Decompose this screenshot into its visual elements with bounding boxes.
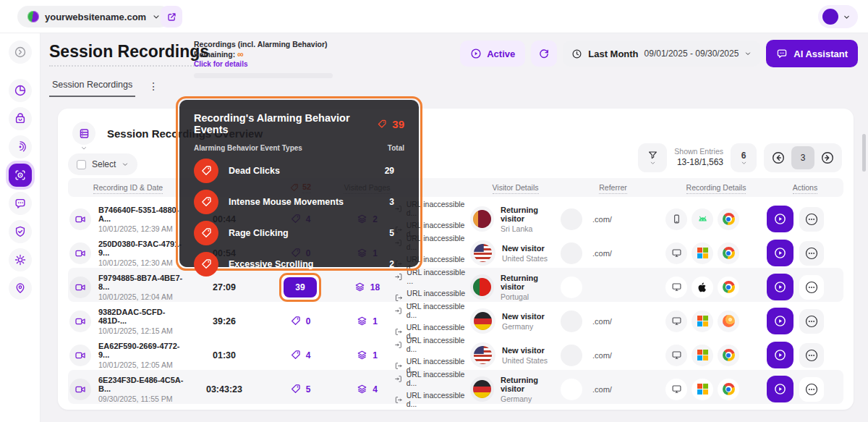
- details-link[interactable]: Click for details: [194, 60, 339, 68]
- filter-button[interactable]: [638, 143, 667, 172]
- table-row[interactable]: F9794885-8B7A-4BE7-8...10/01/2025, 12:04…: [68, 268, 843, 302]
- alarming-count[interactable]: 4: [260, 350, 340, 360]
- alarming-count[interactable]: 0: [260, 316, 340, 326]
- more-actions-button[interactable]: [799, 343, 824, 368]
- alarming-events-popup: Recording's Alarming Behavior Events 39 …: [179, 100, 419, 267]
- play-recording-button[interactable]: [767, 342, 793, 368]
- layers-icon: [357, 350, 367, 360]
- alarm-tag-icon: [194, 221, 218, 245]
- visited-pages-count[interactable]: 4: [340, 384, 394, 394]
- tab-bar: Session Recordings ⋮: [49, 75, 161, 97]
- previous-page-button[interactable]: [768, 148, 788, 168]
- entry-url-icon: [394, 306, 403, 316]
- visitor-type: Returning visitor: [501, 376, 561, 393]
- next-page-button[interactable]: [817, 148, 838, 168]
- entry-url[interactable]: URL inaccessible d...: [394, 302, 470, 319]
- device-type-icon: [665, 208, 687, 230]
- column-actions: Actions: [767, 183, 843, 192]
- referrer-url: .com/: [592, 385, 612, 394]
- avatar: [822, 9, 838, 25]
- play-recording-button[interactable]: [767, 376, 793, 402]
- video-camera-icon: [69, 242, 91, 264]
- refresh-button[interactable]: [531, 41, 557, 67]
- map-pin-icon: [14, 282, 27, 295]
- collapse-icon: [14, 46, 27, 59]
- active-filter-button[interactable]: Active: [460, 41, 525, 67]
- visitor-type: New visitor: [502, 346, 548, 355]
- event-type-total: 29: [385, 166, 404, 176]
- open-website-button[interactable]: [161, 6, 182, 28]
- active-label: Active: [487, 48, 515, 59]
- tab-session-recordings[interactable]: Session Recordings: [49, 75, 135, 97]
- play-recording-button[interactable]: [767, 308, 793, 334]
- visited-pages-count[interactable]: 18: [340, 282, 394, 292]
- sidebar-item-heatmaps[interactable]: [9, 135, 32, 159]
- alarming-count[interactable]: 5: [260, 384, 340, 394]
- table-row[interactable]: EA62F590-2669-4772-9...10/01/2025, 12:05…: [68, 336, 843, 370]
- recording-date: 10/01/2025, 12:04 AM: [98, 292, 188, 301]
- sidebar-item-settings[interactable]: [9, 248, 32, 271]
- sidebar-item-analytics[interactable]: [9, 79, 32, 102]
- play-icon: [773, 382, 787, 396]
- vertical-scrollbar[interactable]: [862, 134, 866, 172]
- top-bar: yourwebsitename.com: [0, 0, 868, 33]
- table-row[interactable]: 6E234F3D-E486-4C5A-B...09/30/2025, 11:55…: [68, 370, 843, 404]
- sidebar-collapse-button[interactable]: [9, 41, 32, 64]
- sidebar-item-store[interactable]: [9, 107, 32, 130]
- more-actions-button[interactable]: [799, 275, 824, 300]
- ai-assistant-button[interactable]: AI Assistant: [766, 40, 858, 67]
- popup-event-row: Dead Clicks 29: [194, 159, 404, 183]
- select-rows-control[interactable]: Select: [68, 153, 137, 175]
- sidebar-item-feedback[interactable]: [9, 192, 32, 215]
- event-type-total: 3: [389, 197, 404, 207]
- current-page[interactable]: 3: [791, 146, 814, 169]
- duration: 03:43:23: [188, 384, 260, 394]
- exit-url[interactable]: URL inaccessible d...: [394, 391, 470, 408]
- referrer-url: .com/: [592, 215, 612, 224]
- visitor-country-flag-icon: [474, 346, 492, 364]
- sidebar-item-session-recordings[interactable]: [9, 164, 32, 187]
- website-logo-icon: [27, 11, 39, 22]
- duration: 27:09: [188, 282, 260, 292]
- external-link-icon: [166, 12, 177, 22]
- visited-pages-count[interactable]: 1: [340, 350, 394, 360]
- popup-col-total: Total: [388, 144, 404, 152]
- layers-icon: [357, 384, 367, 394]
- tab-options-kebab-icon[interactable]: ⋮: [145, 80, 161, 92]
- date-range-picker[interactable]: Last Month 09/01/2025 - 09/30/2025: [563, 41, 760, 67]
- play-recording-button[interactable]: [767, 274, 793, 300]
- overview-icon-group[interactable]: [72, 122, 95, 151]
- more-actions-button[interactable]: [799, 377, 824, 402]
- recording-id: EA62F590-2669-4772-9...: [98, 342, 188, 359]
- visited-pages-count[interactable]: 1: [340, 316, 394, 326]
- layers-icon: [354, 282, 365, 292]
- duration: 39:26: [188, 316, 260, 326]
- tag-icon: [290, 350, 301, 360]
- table-row[interactable]: 9382DAAC-5CFD-481D-...10/01/2025, 12:15 …: [68, 302, 843, 336]
- column-recording-id: Recording ID & Date: [68, 183, 188, 192]
- play-recording-button[interactable]: [767, 206, 793, 232]
- visitor-country-flag-icon: [474, 312, 492, 330]
- website-selector[interactable]: yourwebsitename.com: [17, 6, 171, 28]
- video-camera-icon: [69, 311, 91, 332]
- referrer-avatar: [561, 242, 582, 264]
- sidebar-item-security[interactable]: [9, 220, 32, 243]
- app-window: yourwebsitename.com: [0, 0, 868, 422]
- play-icon: [773, 246, 787, 260]
- page-size-select[interactable]: 6: [731, 143, 757, 172]
- user-menu[interactable]: [818, 5, 858, 28]
- chevron-down-icon: [152, 12, 161, 21]
- more-actions-button[interactable]: [799, 241, 824, 266]
- entry-url[interactable]: URL inaccessible d...: [394, 336, 470, 353]
- entry-url[interactable]: URL inaccessible d...: [394, 370, 470, 387]
- more-actions-button[interactable]: [799, 309, 824, 334]
- more-actions-button[interactable]: [799, 207, 824, 232]
- alarming-count-button[interactable]: 39: [284, 277, 317, 297]
- tutorial-highlight-frame: Recording's Alarming Behavior Events 39 …: [176, 96, 422, 271]
- sidebar-item-geolocation[interactable]: [9, 277, 32, 300]
- remaining-progress-bar: [194, 73, 333, 78]
- play-recording-button[interactable]: [767, 240, 793, 266]
- visitor-country: United States: [502, 254, 548, 263]
- recording-date: 09/30/2025, 11:55 PM: [98, 394, 188, 403]
- select-checkbox[interactable]: [77, 160, 86, 169]
